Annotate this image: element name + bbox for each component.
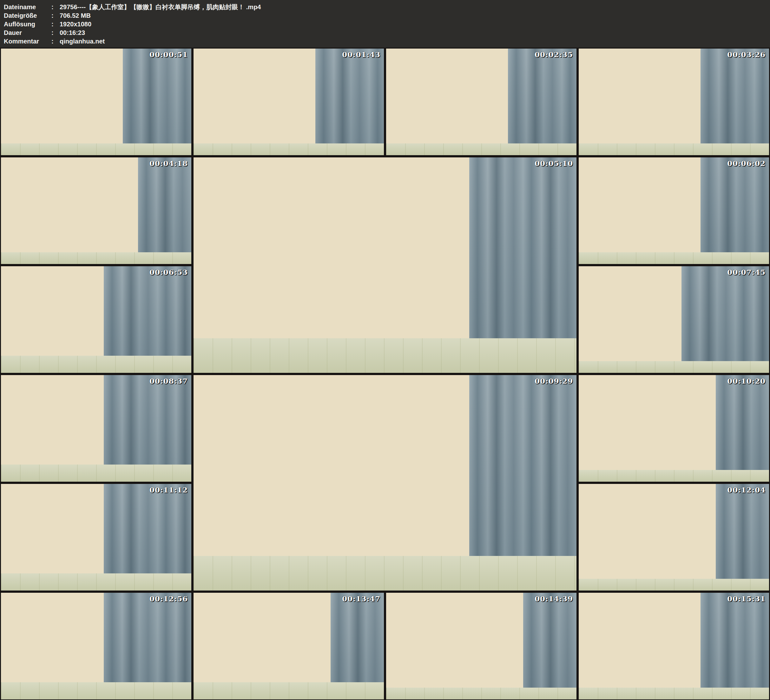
screen-region <box>194 593 331 682</box>
curtain-region <box>716 484 769 579</box>
curtain-region <box>104 375 191 465</box>
thumbnail-image-placeholder <box>579 49 769 155</box>
curtain-region <box>523 593 576 688</box>
thumbnail-image-placeholder <box>579 484 769 590</box>
thumbnail-image-placeholder <box>579 375 769 482</box>
video-thumbnail: 00:08:37 <box>1 375 191 482</box>
metadata-row-filesize: Dateigröße : 706.52 MB <box>4 11 766 20</box>
screen-region <box>1 157 138 252</box>
separator: : <box>52 11 60 20</box>
floor-region <box>194 338 576 373</box>
thumbnail-image-placeholder <box>194 375 576 590</box>
video-thumbnail-large: 00:05:10 <box>194 157 576 373</box>
video-thumbnail: 00:00:51 <box>1 49 191 155</box>
curtain-region <box>123 49 191 143</box>
filename-value: 29756----【象人工作室】【嗷嗷】白衬衣单脚吊缚，肌肉贴封眼！ .mp4 <box>60 3 766 11</box>
curtain-region <box>315 49 384 143</box>
thumbnail-image-placeholder <box>386 49 576 155</box>
contact-sheet: Dateiname : 29756----【象人工作室】【嗷嗷】白衬衣单脚吊缚，… <box>0 0 770 700</box>
video-thumbnail: 00:14:39 <box>386 593 576 699</box>
timestamp-overlay: 00:03:26 <box>727 50 765 59</box>
filesize-label: Dateigröße <box>4 11 52 20</box>
comment-value: qinglanhua.net <box>60 37 766 46</box>
thumbnail-image-placeholder <box>1 157 191 264</box>
video-thumbnail: 00:15:31 <box>579 593 769 699</box>
curtain-region <box>700 157 769 252</box>
curtain-region <box>700 49 769 143</box>
screen-region <box>386 593 523 688</box>
video-thumbnail: 00:04:18 <box>1 157 191 264</box>
thumbnail-image-placeholder <box>1 484 191 590</box>
timestamp-overlay: 00:10:20 <box>727 377 765 385</box>
timestamp-overlay: 00:01:43 <box>342 50 380 59</box>
curtain-region <box>469 375 576 556</box>
curtain-region <box>104 484 191 574</box>
resolution-value: 1920x1080 <box>60 20 766 29</box>
floor-region <box>579 470 769 482</box>
thumbnail-image-placeholder <box>194 49 384 155</box>
curtain-region <box>138 157 191 252</box>
screen-region <box>579 375 716 470</box>
screen-region <box>579 593 700 688</box>
timestamp-overlay: 00:11:12 <box>149 486 188 494</box>
screen-region <box>194 49 315 143</box>
metadata-row-resolution: Auflösung : 1920x1080 <box>4 20 766 29</box>
screen-region <box>1 375 104 465</box>
curtain-region <box>331 593 384 682</box>
thumbnail-image-placeholder <box>579 593 769 699</box>
separator: : <box>52 3 60 11</box>
video-thumbnail: 00:02:35 <box>386 49 576 155</box>
screen-region <box>386 49 508 143</box>
thumbnail-grid: 00:00:51 00:01:43 00:02:35 <box>0 48 770 700</box>
timestamp-overlay: 00:14:39 <box>535 594 573 603</box>
timestamp-overlay: 00:12:56 <box>149 594 188 603</box>
duration-value: 00:16:23 <box>60 29 766 37</box>
video-thumbnail: 00:12:04 <box>579 484 769 590</box>
video-thumbnail: 00:10:20 <box>579 375 769 482</box>
video-thumbnail: 00:07:45 <box>579 266 769 373</box>
thumbnail-image-placeholder <box>194 593 384 699</box>
video-thumbnail: 00:01:43 <box>194 49 384 155</box>
duration-label: Dauer <box>4 29 52 37</box>
thumbnail-image-placeholder <box>1 49 191 155</box>
screen-region <box>1 266 104 356</box>
floor-region <box>1 574 191 590</box>
separator: : <box>52 37 60 46</box>
floor-region <box>579 361 769 373</box>
screen-region <box>579 49 700 143</box>
video-thumbnail-large: 00:09:29 <box>194 375 576 590</box>
floor-region <box>579 252 769 264</box>
floor-region <box>194 143 384 155</box>
curtain-region <box>716 375 769 470</box>
floor-region <box>386 688 576 699</box>
curtain-region <box>104 593 191 682</box>
separator: : <box>52 20 60 29</box>
resolution-label: Auflösung <box>4 20 52 29</box>
metadata-row-comment: Kommentar : qinglanhua.net <box>4 37 766 46</box>
curtain-region <box>104 266 191 356</box>
thumbnail-image-placeholder <box>1 593 191 699</box>
thumbnail-image-placeholder <box>1 266 191 373</box>
floor-region <box>1 356 191 373</box>
screen-region <box>194 375 469 556</box>
metadata-row-filename: Dateiname : 29756----【象人工作室】【嗷嗷】白衬衣单脚吊缚，… <box>4 3 766 11</box>
floor-region <box>1 465 191 482</box>
thumbnail-image-placeholder <box>579 157 769 264</box>
thumbnail-image-placeholder <box>194 157 576 373</box>
timestamp-overlay: 00:05:10 <box>535 159 573 167</box>
video-thumbnail: 00:06:02 <box>579 157 769 264</box>
timestamp-overlay: 00:00:51 <box>149 50 188 59</box>
timestamp-overlay: 00:07:45 <box>727 268 765 276</box>
video-thumbnail: 00:03:26 <box>579 49 769 155</box>
timestamp-overlay: 00:15:31 <box>727 594 765 603</box>
timestamp-overlay: 00:06:02 <box>727 159 765 167</box>
timestamp-overlay: 00:08:37 <box>149 377 188 385</box>
timestamp-overlay: 00:13:47 <box>342 594 380 603</box>
curtain-region <box>469 157 576 338</box>
screen-region <box>1 593 104 682</box>
thumbnail-image-placeholder <box>1 375 191 482</box>
thumbnail-image-placeholder <box>386 593 576 699</box>
comment-label: Kommentar <box>4 37 52 46</box>
timestamp-overlay: 00:02:35 <box>535 50 573 59</box>
file-metadata-header: Dateiname : 29756----【象人工作室】【嗷嗷】白衬衣单脚吊缚，… <box>0 0 770 48</box>
